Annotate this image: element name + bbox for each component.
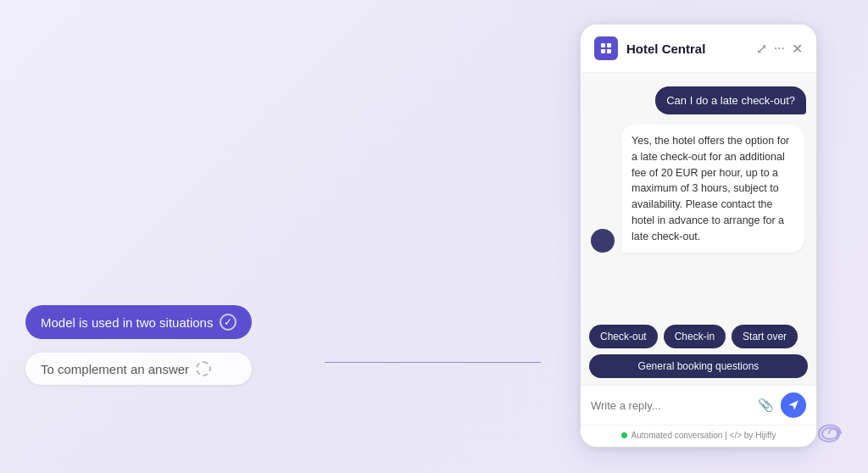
ring-icon [196,361,211,376]
check-icon: ✓ [220,314,236,331]
secondary-annotation-label: To complement an answer [41,362,189,376]
quick-reply-checkin[interactable]: Check-in [664,325,726,348]
bot-avatar [591,229,615,253]
quick-replies: Check-out Check-in Start over General bo… [581,325,816,385]
quick-reply-booking[interactable]: General booking questions [589,354,808,378]
status-dot [621,432,627,438]
chat-input[interactable] [591,399,751,412]
svg-rect-0 [601,43,605,47]
close-icon[interactable]: ✕ [792,41,803,57]
attach-icon[interactable]: 📎 [758,398,774,413]
connector-line [325,362,541,363]
expand-icon[interactable]: ⤢ [756,41,767,57]
chat-messages: Can I do a late check-out? Yes, the hote… [581,73,816,325]
user-message: Can I do a late check-out? [655,86,806,114]
chat-header: Hotel Central ⤢ ··· ✕ [581,25,816,73]
svg-rect-3 [607,49,611,53]
annotation-area: Model is used in two situations ✓ To com… [25,305,252,385]
footer-text: Automated conversation | </> by Hijiffy [632,431,776,440]
chat-footer: Automated conversation | </> by Hijiffy [581,425,816,447]
chat-title: Hotel Central [626,42,748,56]
primary-annotation-badge: Model is used in two situations ✓ [25,305,252,339]
deco-spiral [814,419,844,449]
chat-widget: Hotel Central ⤢ ··· ✕ Can I do a late ch… [580,24,817,448]
bot-message: Yes, the hotel offers the option for a l… [621,125,804,253]
bot-message-wrapper: Yes, the hotel offers the option for a l… [591,125,806,253]
svg-rect-2 [601,49,605,53]
chat-header-actions: ⤢ ··· ✕ [756,41,803,57]
send-button[interactable] [781,392,806,418]
more-options-icon[interactable]: ··· [774,41,785,56]
quick-reply-startover[interactable]: Start over [732,325,798,348]
secondary-annotation-badge: To complement an answer [25,353,252,385]
quick-reply-checkout[interactable]: Check-out [589,325,658,348]
chat-input-area: 📎 [581,385,816,425]
primary-annotation-label: Model is used in two situations [41,315,213,330]
chat-logo [594,36,618,60]
svg-rect-1 [607,43,611,47]
